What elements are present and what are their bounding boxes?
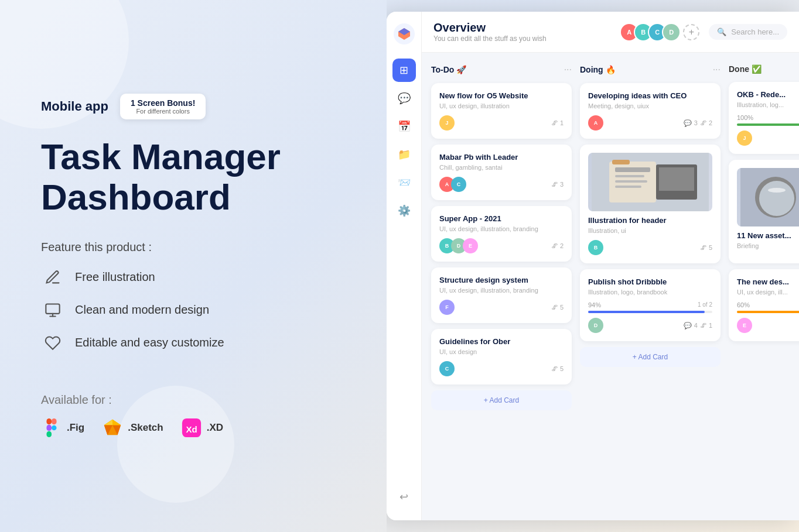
comment-count: 5 [560,365,564,372]
card-tags: Illustration, log... [737,101,799,108]
feature-item-2: Clean and modern design [41,298,346,322]
card-avatar: C [451,177,466,192]
svg-rect-4 [52,418,57,424]
header-right: A B C D + 🔍 Search here... [620,23,787,42]
sketch-icon [102,417,123,438]
card-dribbble[interactable]: Publish shot Dribbble Illustration, logo… [580,269,721,341]
available-section: Available for : .Fig [41,393,346,438]
chat-icon: 💬 [684,119,692,127]
xd-icon: Xd [181,417,202,438]
page-wrapper: Mobile app 1 Screen Bonus! For different… [0,0,799,532]
avatar-group: A B C D + [620,23,699,42]
svg-rect-23 [615,175,644,177]
tool-figma-label: .Fig [67,422,84,434]
add-member-button[interactable]: + [683,24,699,40]
card-title: 11 New asset... [737,231,799,240]
chat-count: 3 [694,119,698,126]
card-comments: 💬 3 🖇 2 [684,119,712,127]
search-box[interactable]: 🔍 Search here... [709,24,787,40]
card-structure[interactable]: Structure design system UI, ux design, i… [431,267,572,323]
kanban-board: To-Do 🚀 ··· New flow for O5 Website UI, … [422,53,799,520]
search-placeholder: Search here... [731,28,779,36]
card-avatar: D [588,318,603,333]
tool-xd: Xd .XD [181,417,223,438]
card-avatars: D [588,318,603,333]
progress-label: 94% 1 of 2 [588,301,712,308]
progress-bar [737,123,799,126]
svg-text:Xd: Xd [186,424,197,434]
card-tags: UI, ux design, ill... [737,289,799,296]
sidebar-item-logout[interactable]: ↩ [392,485,416,509]
column-done-header: Done ✅ [729,62,799,76]
card-avatars: C [439,361,455,376]
add-card-todo[interactable]: + Add Card [431,390,572,410]
leaf-icon [41,331,64,355]
comment-count: 1 [709,322,712,329]
card-illustration[interactable]: Illustration for header Illustration, ui… [580,145,721,263]
progress-fill [737,123,799,126]
sidebar-logo [394,23,415,44]
card-11-assets[interactable]: 11 New asset... Briefing [729,160,799,263]
search-icon: 🔍 [717,28,726,36]
svg-rect-24 [615,180,647,183]
card-avatar: E [463,238,478,253]
card-okb[interactable]: OKB - Rede... Illustration, log... 100% [729,82,799,154]
column-doing-menu[interactable]: ··· [713,64,721,75]
header: Overview You can edit all the stuff as y… [422,12,799,53]
progress-bar [737,311,799,313]
avatar-4: D [662,23,681,42]
sidebar-item-calendar[interactable]: 📅 [392,115,416,138]
feature-text-3: Editable and easy customize [75,336,224,349]
right-section: ⊞ 💬 📅 📁 📨 ⚙️ ↩ Overview You can edit all… [387,0,799,532]
column-done: Done ✅ OKB - Rede... Illustration, log..… [729,62,799,511]
add-card-doing[interactable]: + Add Card [580,347,721,367]
card-avatars: A [588,115,603,131]
card-footer: D 💬 4 🖇 1 [588,318,712,333]
feature-text-2: Clean and modern design [75,303,209,317]
chat-icon: 💬 [684,322,692,330]
sidebar-item-settings[interactable]: ⚙️ [392,199,416,222]
card-title: Illustration for header [588,216,712,225]
header-title: Overview [433,21,547,35]
comment-icon: 🖇 [700,322,706,329]
card-avatars: J [737,131,752,146]
column-todo-menu[interactable]: ··· [564,64,572,75]
progress-section: 94% 1 of 2 [588,301,712,313]
column-todo: To-Do 🚀 ··· New flow for O5 Website UI, … [431,62,572,511]
column-doing: Doing 🔥 ··· Developing ideas with CEO Me… [580,62,721,511]
card-super-app[interactable]: Super App - 2021 UI, ux design, illustra… [431,206,572,262]
card-guidelines[interactable]: Guidelines for Ober UI, ux design C 🖇 5 [431,329,572,385]
sidebar-item-messages[interactable]: 📨 [392,171,416,194]
design-icon [41,298,64,322]
header-title-section: Overview You can edit all the stuff as y… [433,21,547,43]
card-mabar[interactable]: Mabar Pb with Leader Chill, gambling, sa… [431,145,572,200]
tool-sketch-label: .Sketch [128,422,163,434]
card-title: Mabar Pb with Leader [439,153,564,162]
card-new-flow[interactable]: New flow for O5 Website UI, ux design, i… [431,83,572,139]
card-avatars: B [588,240,603,255]
card-avatar: J [439,115,455,131]
card-comments: 🖇 1 [551,119,564,126]
feature-text-1: Free illustration [75,270,155,284]
tools-row: .Fig [41,417,346,438]
sidebar-item-home[interactable]: ⊞ [392,59,416,82]
card-footer: A 💬 3 🖇 2 [588,115,712,131]
card-avatar: A [588,115,603,131]
column-done-title: Done ✅ [729,64,762,74]
card-comments: 🖇 2 [551,242,564,249]
card-new-des[interactable]: The new des... UI, ux design, ill... 60% [729,269,799,341]
card-developing[interactable]: Developing ideas with CEO Meeting, desig… [580,83,721,139]
comment-count: 5 [560,304,564,311]
tool-sketch: .Sketch [102,417,163,438]
card-comments: 💬 4 🖇 1 [684,322,712,330]
sidebar-item-files[interactable]: 📁 [392,143,416,166]
svg-rect-26 [612,160,630,164]
card-title: The new des... [737,277,799,286]
sidebar-item-chat[interactable]: 💬 [392,87,416,110]
card-comments: 🖇 5 [700,244,712,251]
available-label: Available for : [41,393,346,407]
card-footer: J [737,131,799,146]
comment-icon: 🖇 [551,242,558,249]
bonus-subtitle: For different colors [131,108,195,115]
column-todo-header: To-Do 🚀 ··· [431,62,572,77]
